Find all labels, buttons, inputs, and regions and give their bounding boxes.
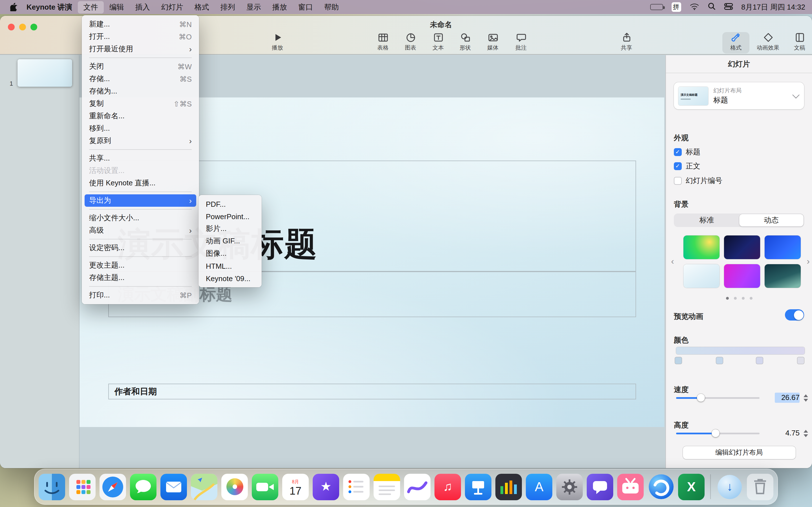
speed-step-down-icon[interactable] bbox=[804, 399, 808, 402]
swatches-next-icon[interactable]: › bbox=[807, 257, 810, 266]
preview-animation-toggle[interactable] bbox=[785, 309, 804, 321]
menu-item-move-to[interactable]: 移到... bbox=[85, 122, 196, 135]
segment-standard[interactable]: 标准 bbox=[674, 214, 739, 226]
menu-item-open-recent[interactable]: 打开最近使用 bbox=[85, 43, 196, 55]
bilibili-dock-icon[interactable] bbox=[617, 473, 644, 500]
launchpad-dock-icon[interactable] bbox=[69, 473, 96, 500]
submenu-item-html[interactable]: HTML... bbox=[201, 260, 259, 272]
document-button[interactable]: 文稿 bbox=[786, 32, 812, 54]
speed-knob[interactable] bbox=[697, 394, 705, 402]
body-checkbox[interactable] bbox=[674, 162, 682, 170]
menu-help[interactable]: 帮助 bbox=[319, 1, 345, 13]
downloads-dock-icon[interactable]: ↓ bbox=[716, 473, 743, 500]
menu-item-revert-to[interactable]: 复原到 bbox=[85, 135, 196, 147]
slide-number-checkbox[interactable] bbox=[674, 177, 682, 185]
chart-button[interactable]: 图表 bbox=[397, 32, 424, 54]
comment-button[interactable]: 批注 bbox=[507, 32, 535, 54]
gradient-handle-4[interactable] bbox=[797, 357, 804, 364]
height-slider[interactable] bbox=[676, 429, 760, 437]
freeform-dock-icon[interactable] bbox=[404, 473, 430, 500]
battery-icon[interactable] bbox=[650, 4, 663, 10]
menu-edit[interactable]: 编辑 bbox=[104, 1, 130, 13]
play-button[interactable]: 播放 bbox=[264, 32, 291, 54]
notes-dock-icon[interactable] bbox=[373, 473, 400, 500]
background-swatch-light[interactable] bbox=[683, 264, 719, 288]
menu-slide[interactable]: 幻灯片 bbox=[156, 1, 189, 13]
shape-button[interactable]: 形状 bbox=[452, 32, 479, 54]
submenu-item-images[interactable]: 图像... bbox=[201, 247, 259, 260]
height-step-down-icon[interactable] bbox=[804, 434, 808, 437]
text-button[interactable]: 文本 bbox=[424, 32, 452, 54]
appearance-option-title[interactable]: 标题 bbox=[674, 147, 700, 158]
height-step-up-icon[interactable] bbox=[804, 430, 808, 433]
share-button[interactable]: 共享 bbox=[613, 32, 640, 54]
edit-slide-layout-button[interactable]: 编辑幻灯片布局 bbox=[682, 446, 795, 459]
swatches-prev-icon[interactable]: ‹ bbox=[671, 257, 674, 266]
swatch-page-dots[interactable] bbox=[726, 297, 752, 300]
app-menu-title[interactable]: Keynote 讲演 bbox=[21, 2, 78, 12]
slide-layout-card[interactable]: 演示文稿标题 幻灯片布局 标题 bbox=[674, 82, 804, 109]
reminders-dock-icon[interactable] bbox=[343, 473, 370, 500]
close-window-button[interactable] bbox=[8, 24, 15, 31]
browser-dock-icon[interactable] bbox=[648, 473, 674, 500]
menu-format[interactable]: 格式 bbox=[189, 1, 215, 13]
settings-dock-icon[interactable] bbox=[556, 473, 583, 500]
menu-item-new[interactable]: 新建...⌘N bbox=[85, 18, 196, 31]
zoom-window-button[interactable] bbox=[31, 24, 37, 31]
facetime-dock-icon[interactable] bbox=[252, 473, 278, 500]
menu-item-print[interactable]: 打印...⌘P bbox=[85, 289, 196, 301]
wifi-icon[interactable] bbox=[689, 3, 699, 11]
menu-item-duplicate[interactable]: 复制⇧⌘S bbox=[85, 98, 196, 110]
menu-insert[interactable]: 插入 bbox=[130, 1, 156, 13]
height-stepper[interactable] bbox=[802, 428, 809, 439]
maps-dock-icon[interactable] bbox=[191, 473, 217, 500]
submenu-item-powerpoint[interactable]: PowerPoint... bbox=[201, 210, 259, 223]
speed-value-field[interactable]: 26.67 bbox=[775, 393, 800, 403]
menu-item-change-theme[interactable]: 更改主题... bbox=[85, 259, 196, 272]
photos-dock-icon[interactable] bbox=[221, 473, 248, 500]
format-button[interactable]: 格式 bbox=[722, 32, 749, 54]
submenu-item-animated-gif[interactable]: 动画 GIF... bbox=[201, 235, 259, 247]
author-text-box[interactable]: 作者和日期 bbox=[108, 384, 636, 399]
finder-dock-icon[interactable] bbox=[39, 473, 65, 500]
title-checkbox[interactable] bbox=[674, 148, 682, 156]
menu-item-save[interactable]: 存储...⌘S bbox=[85, 73, 196, 85]
apple-menu-icon[interactable] bbox=[7, 3, 21, 11]
menu-item-open[interactable]: 打开...⌘O bbox=[85, 31, 196, 43]
menu-play[interactable]: 播放 bbox=[267, 1, 293, 13]
minimize-window-button[interactable] bbox=[19, 24, 26, 31]
clock[interactable]: 8月17日 周四 14:32 bbox=[741, 2, 805, 12]
background-swatch-navy[interactable] bbox=[724, 235, 760, 259]
menu-view[interactable]: 显示 bbox=[241, 1, 267, 13]
slide-thumbnail[interactable] bbox=[17, 59, 72, 87]
segment-dynamic[interactable]: 动态 bbox=[739, 214, 804, 226]
appearance-option-slide-number[interactable]: 幻灯片编号 bbox=[674, 175, 722, 186]
control-center-icon[interactable] bbox=[724, 3, 733, 11]
menu-item-advanced[interactable]: 高级 bbox=[85, 224, 196, 237]
background-swatch-green[interactable] bbox=[683, 235, 719, 259]
stats-app-dock-icon[interactable] bbox=[495, 473, 522, 500]
menu-item-save-theme[interactable]: 存储主题... bbox=[85, 272, 196, 284]
speed-step-up-icon[interactable] bbox=[804, 394, 808, 397]
input-method-icon[interactable]: 拼 bbox=[671, 2, 681, 12]
gradient-handle-1[interactable] bbox=[675, 357, 682, 364]
menu-item-rename[interactable]: 重新命名... bbox=[85, 110, 196, 122]
spotlight-search-icon[interactable] bbox=[707, 2, 715, 12]
safari-dock-icon[interactable] bbox=[100, 473, 126, 500]
submenu-item-pdf[interactable]: PDF... bbox=[201, 198, 259, 210]
gradient-handle-2[interactable] bbox=[716, 357, 723, 364]
speed-stepper[interactable] bbox=[802, 393, 809, 403]
appearance-option-body[interactable]: 正文 bbox=[674, 161, 700, 172]
menu-item-save-as[interactable]: 存储为... bbox=[85, 85, 196, 98]
background-swatch-blue[interactable] bbox=[765, 235, 801, 259]
menu-arrange[interactable]: 排列 bbox=[215, 1, 241, 13]
submenu-item-keynote09[interactable]: Keynote '09... bbox=[201, 272, 259, 284]
menu-item-export-to[interactable]: 导出为 bbox=[85, 194, 196, 207]
app-store-dock-icon[interactable] bbox=[526, 473, 552, 500]
gradient-bar[interactable] bbox=[676, 347, 805, 354]
animate-button[interactable]: 动画效果 bbox=[752, 32, 784, 54]
background-swatch-teal[interactable] bbox=[765, 264, 801, 288]
menu-item-close[interactable]: 关闭⌘W bbox=[85, 60, 196, 73]
menu-item-reduce-file-size[interactable]: 缩小文件大小... bbox=[85, 212, 196, 224]
background-swatch-magenta[interactable] bbox=[724, 264, 760, 288]
